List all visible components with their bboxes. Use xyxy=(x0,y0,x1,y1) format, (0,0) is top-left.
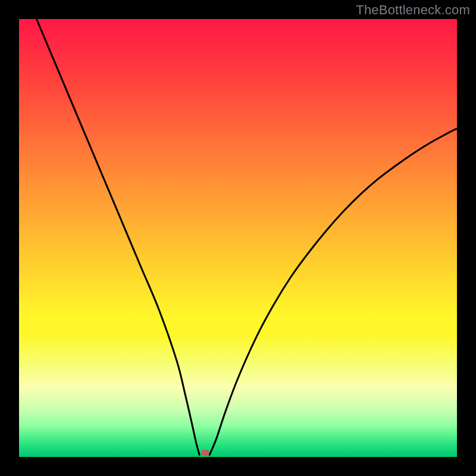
watermark-text: TheBottleneck.com xyxy=(356,2,470,18)
chart-frame: TheBottleneck.com xyxy=(0,0,476,476)
chart-curve xyxy=(19,19,457,457)
chart-plot-area xyxy=(19,19,457,457)
curve-right-path xyxy=(209,129,457,455)
curve-left-path xyxy=(36,19,199,455)
minimum-marker xyxy=(201,450,209,456)
